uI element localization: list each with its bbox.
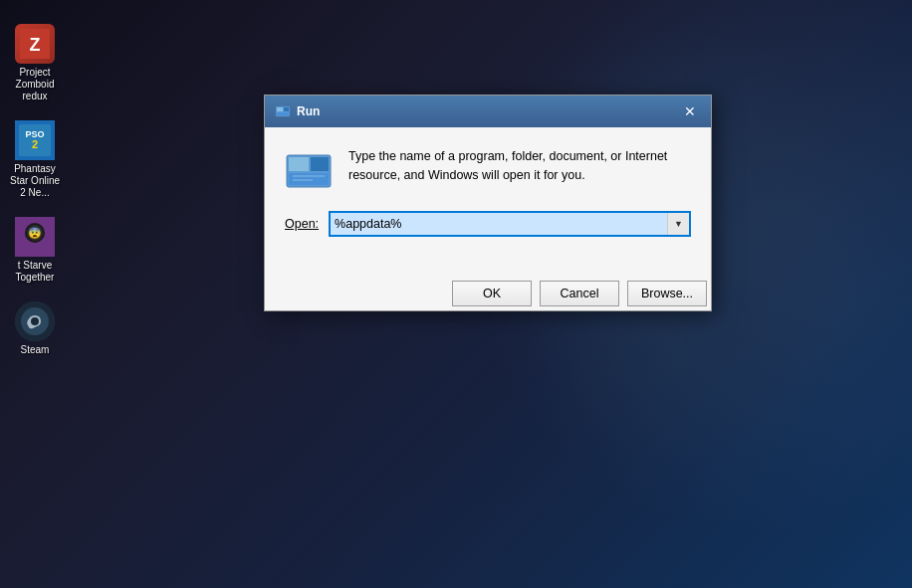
dialog-description: Type the name of a program, folder, docu… [348, 147, 691, 195]
ok-button[interactable]: OK [452, 281, 532, 306]
desktop-icon-pso2[interactable]: PSO 2 Phantasy Star Online 2 Ne... [5, 116, 65, 203]
browse-button[interactable]: Browse... [627, 281, 707, 306]
pso2-label: Phantasy Star Online 2 Ne... [9, 163, 61, 199]
desktop-icon-dont-starve[interactable]: 😨 t Starve Together [5, 213, 65, 288]
project-zomboid-label: Project Zomboidredux [9, 67, 61, 102]
pso2-icon: PSO 2 [15, 120, 55, 160]
dont-starve-label: t Starve Together [9, 260, 61, 284]
svg-text:2: 2 [32, 138, 38, 150]
svg-point-12 [31, 317, 39, 325]
svg-rect-19 [311, 157, 329, 171]
run-dialog: Run ✕ Type the name [264, 95, 712, 311]
steam-label: Steam [21, 344, 50, 356]
desktop-icon-project-zomboid[interactable]: Z Project Zomboidredux [5, 20, 65, 106]
dont-starve-icon: 😨 [15, 217, 55, 257]
svg-text:😨: 😨 [28, 226, 42, 240]
svg-rect-22 [293, 179, 313, 181]
combo-dropdown-arrow[interactable]: ▼ [667, 213, 689, 235]
dialog-title: Run [297, 104, 320, 118]
svg-rect-18 [289, 157, 309, 171]
cancel-button[interactable]: Cancel [540, 281, 619, 306]
run-title-icon [275, 103, 291, 119]
svg-rect-15 [284, 107, 289, 111]
open-input[interactable] [331, 213, 667, 235]
svg-rect-14 [277, 107, 283, 111]
desktop-icons: Z Project Zomboidredux PSO 2 Phantasy St… [0, 0, 70, 588]
open-label: Open: [285, 217, 319, 231]
dialog-body: Type the name of a program, folder, docu… [265, 127, 711, 273]
svg-rect-16 [277, 112, 289, 115]
dialog-top: Type the name of a program, folder, docu… [285, 147, 691, 195]
title-bar[interactable]: Run ✕ [265, 96, 711, 127]
desktop-icon-steam[interactable]: Steam [5, 297, 65, 360]
close-button[interactable]: ✕ [677, 100, 703, 122]
steam-icon [15, 301, 55, 341]
svg-text:Z: Z [30, 35, 41, 55]
desktop: Z Project Zomboidredux PSO 2 Phantasy St… [0, 0, 912, 588]
run-logo [285, 147, 333, 195]
buttons-row: OK Cancel Browse... [265, 273, 711, 310]
open-combo[interactable]: ▼ [329, 211, 691, 237]
title-bar-left: Run [275, 103, 320, 119]
svg-rect-21 [293, 175, 325, 177]
project-zomboid-icon: Z [15, 24, 55, 64]
open-row: Open: ▼ [285, 211, 691, 237]
